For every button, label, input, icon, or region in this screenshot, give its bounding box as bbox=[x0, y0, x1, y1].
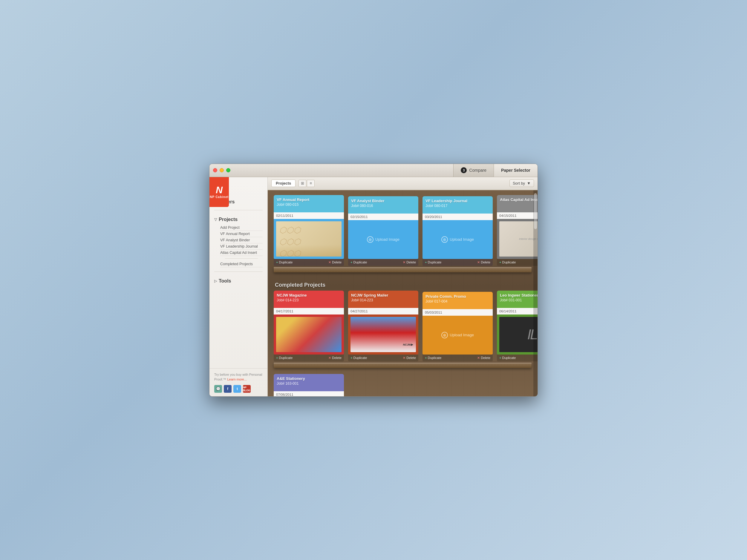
folder-ncjw-mailer[interactable]: NCJW Spring Mailer Job# 014-223 04/27/20… bbox=[348, 291, 418, 362]
project-row-2: NCJW Magazine Job# 014-223 04/17/2011 bbox=[274, 291, 532, 362]
delete-vf-annual[interactable]: ✕ Delete bbox=[328, 261, 341, 264]
delete-ncjw-magazine[interactable]: ✕ Delete bbox=[328, 356, 341, 360]
sidebar-item-vf-analyst[interactable]: VF Analyst Binder bbox=[220, 237, 263, 243]
folder-date-vf-annual: 02/11/2011 bbox=[276, 214, 293, 217]
paper-selector-label: Paper Selector bbox=[501, 168, 531, 172]
folder-actions-ncjw-mailer: + Duplicate ✕ Delete bbox=[348, 354, 418, 362]
folder-name-vf-leadership: VF Leadership Journal bbox=[426, 198, 490, 204]
duplicate-atlas[interactable]: + Duplicate bbox=[499, 261, 516, 264]
folder-date-bar-atlas: 04/15/2011 bbox=[497, 212, 538, 219]
folder-date-vf-leadership: 03/20/2011 bbox=[425, 215, 442, 219]
grid-view-button[interactable]: ⊞ bbox=[299, 180, 306, 187]
list-view-button[interactable]: ≡ bbox=[307, 180, 315, 187]
duplicate-private-comm[interactable]: + Duplicate bbox=[425, 356, 441, 359]
folder-image-leo-ingwer: IL bbox=[499, 317, 538, 352]
shelf-row-2: NCJW Magazine Job# 014-223 04/17/2011 bbox=[274, 291, 532, 368]
sidebar-item-atlas[interactable]: Atlas Capital Ad Insert bbox=[220, 250, 263, 256]
minimize-button[interactable] bbox=[220, 168, 224, 172]
social-twitter-icon[interactable]: t bbox=[233, 385, 241, 393]
duplicate-ncjw-magazine[interactable]: + Duplicate bbox=[276, 356, 292, 359]
folder-tab-atlas: Atlas Capital Ad Insert bbox=[497, 195, 538, 212]
folder-job-ae-stationery: Job# 163-001 bbox=[277, 381, 341, 385]
folder-date-bar-private-comm: 05/03/2011 bbox=[422, 309, 493, 316]
folder-date-bar-leo-ingwer: 06/14/2011 bbox=[497, 308, 538, 315]
traffic-lights bbox=[213, 168, 230, 172]
folder-date-ncjw-magazine: 04/17/2011 bbox=[276, 310, 293, 313]
duplicate-ncjw-mailer[interactable]: + Duplicate bbox=[351, 356, 367, 359]
folder-atlas[interactable]: Atlas Capital Ad Insert 04/15/2011 Inter… bbox=[497, 195, 538, 266]
folder-name-private-comm: Private Comm. Promo bbox=[426, 294, 490, 299]
folder-body-vf-annual bbox=[274, 219, 344, 259]
social-chat-icon[interactable]: 💬 bbox=[214, 385, 222, 393]
folder-tab-vf-leadership: VF Leadership Journal Job# 080-017 bbox=[422, 196, 493, 214]
folder-vf-analyst[interactable]: VF Analyst Binder Job# 080-016 02/15/201… bbox=[348, 196, 418, 266]
folder-date-bar-ae-stationery: 07/06/2011 bbox=[274, 391, 344, 396]
folder-date-vf-analyst: 02/15/2011 bbox=[351, 215, 368, 219]
folder-ncjw-magazine[interactable]: NCJW Magazine Job# 014-223 04/17/2011 bbox=[274, 291, 344, 362]
social-facebook-icon[interactable]: f bbox=[224, 385, 232, 393]
learn-more-link[interactable]: Learn more... bbox=[227, 377, 247, 381]
sidebar-item-completed[interactable]: Completed Projects bbox=[220, 261, 263, 267]
folder-body-private-comm: ⊕ Upload Image bbox=[422, 316, 493, 354]
sidebar-projects-header[interactable]: ▽ Projects bbox=[214, 216, 263, 223]
delete-vf-leadership[interactable]: ✕ Delete bbox=[477, 261, 490, 264]
shelf-container[interactable]: VF Annual Report Job# 080-015 02/11/2011 bbox=[268, 190, 538, 396]
folder-actions-private-comm: + Duplicate ✕ Delete bbox=[422, 354, 493, 362]
duplicate-leo-ingwer[interactable]: + Duplicate bbox=[499, 356, 516, 359]
projects-tab[interactable]: Projects bbox=[271, 180, 295, 187]
social-blog-icon[interactable]: NP BLOG bbox=[243, 385, 251, 393]
main-content: N NP Cabinet ▷ Papers ▽ Projects bbox=[209, 177, 538, 396]
cabinet-logo: N NP Cabinet bbox=[209, 177, 229, 207]
duplicate-vf-annual[interactable]: + Duplicate bbox=[276, 261, 292, 264]
folder-ae-stationery[interactable]: A&E Stationery Job# 163-001 07/06/2011 ⊕… bbox=[274, 374, 344, 396]
folder-name-ncjw-magazine: NCJW Magazine bbox=[277, 293, 341, 298]
upload-private-comm[interactable]: ⊕ Upload Image bbox=[441, 332, 474, 338]
upload-vf-analyst[interactable]: ⊕ Upload Image bbox=[367, 236, 400, 243]
tools-label: Tools bbox=[219, 278, 231, 284]
delete-ncjw-mailer[interactable]: ✕ Delete bbox=[403, 356, 416, 360]
sidebar-project-items: Add Project VF Annual Report VF Analyst … bbox=[214, 224, 263, 267]
folder-vf-annual-report[interactable]: VF Annual Report Job# 080-015 02/11/2011 bbox=[274, 195, 344, 266]
folder-tab-ncjw-magazine: NCJW Magazine Job# 014-223 bbox=[274, 291, 344, 308]
folder-private-comm[interactable]: Private Comm. Promo Job# 017-004 05/03/2… bbox=[422, 292, 493, 362]
sidebar-item-vf-leadership[interactable]: VF Leadership Journal bbox=[220, 243, 263, 250]
folder-job-private-comm: Job# 017-004 bbox=[426, 299, 490, 303]
folder-name-vf-annual: VF Annual Report bbox=[277, 197, 341, 202]
folder-job-vf-analyst: Job# 080-016 bbox=[351, 204, 415, 208]
compare-button[interactable]: 3 Compare bbox=[453, 164, 494, 177]
duplicate-vf-analyst[interactable]: + Duplicate bbox=[351, 261, 367, 264]
delete-private-comm[interactable]: ✕ Delete bbox=[477, 356, 490, 360]
upload-vf-leadership[interactable]: ⊕ Upload Image bbox=[441, 236, 474, 243]
folder-tab-leo-ingwer: Leo Ingwer Stationery Job# 031-001 bbox=[497, 291, 538, 308]
folder-name-atlas: Atlas Capital Ad Insert bbox=[500, 197, 538, 202]
folder-actions-vf-leadership: + Duplicate ✕ Delete bbox=[422, 259, 493, 266]
folder-name-ncjw-mailer: NCJW Spring Mailer bbox=[351, 293, 415, 298]
folder-date-ncjw-mailer: 04/27/2011 bbox=[351, 310, 368, 313]
folder-job-vf-leadership: Job# 080-017 bbox=[426, 204, 490, 208]
folder-tab-vf-annual: VF Annual Report Job# 080-015 bbox=[274, 195, 344, 212]
shelf-board-2 bbox=[274, 363, 532, 368]
close-button[interactable] bbox=[213, 168, 217, 172]
maximize-button[interactable] bbox=[226, 168, 230, 172]
shelf-board-1 bbox=[274, 267, 532, 272]
duplicate-vf-leadership[interactable]: + Duplicate bbox=[425, 261, 441, 264]
sort-button[interactable]: Sort by ▼ bbox=[510, 180, 534, 187]
tools-arrow-icon: ▷ bbox=[214, 279, 217, 283]
scroll-track[interactable] bbox=[533, 190, 538, 396]
folder-leo-ingwer[interactable]: Leo Ingwer Stationery Job# 031-001 06/14… bbox=[497, 291, 538, 362]
paper-selector-button[interactable]: Paper Selector bbox=[494, 164, 538, 177]
logo-text: NP Cabinet bbox=[210, 195, 229, 198]
delete-vf-analyst[interactable]: ✕ Delete bbox=[403, 261, 416, 264]
sidebar-item-vf-annual[interactable]: VF Annual Report bbox=[220, 231, 263, 237]
folder-tab-vf-analyst: VF Analyst Binder Job# 080-016 bbox=[348, 196, 418, 214]
folder-date-bar-ncjw-mailer: 04/27/2011 bbox=[348, 308, 418, 315]
upload-circle-icon-3: ⊕ bbox=[441, 332, 448, 338]
folder-job-ncjw-mailer: Job# 014-223 bbox=[351, 298, 415, 302]
sidebar-item-add-project[interactable]: Add Project bbox=[220, 224, 263, 231]
view-icons: ⊞ ≡ bbox=[299, 180, 315, 187]
sidebar-bottom: Try before you buy with Personal Proof.™… bbox=[209, 368, 267, 396]
folder-vf-leadership[interactable]: VF Leadership Journal Job# 080-017 03/20… bbox=[422, 196, 493, 266]
scroll-thumb[interactable] bbox=[534, 193, 537, 229]
sidebar-tools-header[interactable]: ▷ Tools bbox=[214, 277, 263, 285]
folder-date-bar-ncjw-magazine: 04/17/2011 bbox=[274, 308, 344, 315]
